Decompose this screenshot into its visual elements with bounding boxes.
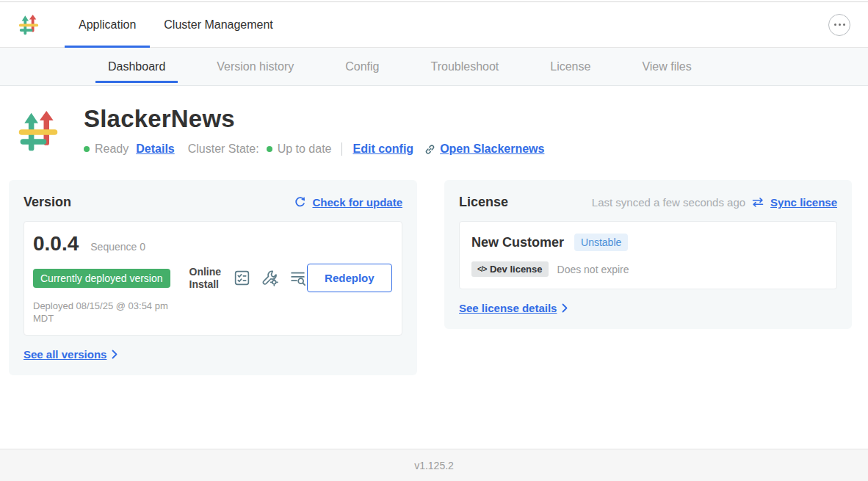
see-all-versions-link[interactable]: See all versions [23,348,106,361]
app-header: SlackerNews Ready Details Cluster State:… [0,86,868,159]
dashboard-main: SlackerNews Ready Details Cluster State:… [0,86,868,375]
sync-arrows-icon [751,197,764,208]
subnav-tab-dashboard[interactable]: Dashboard [85,48,188,85]
slackernews-logo-icon [18,14,40,36]
app-meta: SlackerNews Ready Details Cluster State:… [84,104,544,159]
menu-dot-icon [839,23,841,26]
cluster-state-dot [267,146,272,152]
subnav-tab-config[interactable]: Config [322,48,402,85]
license-type-badge: </> Dev license [471,261,549,277]
app-status-row: Ready Details Cluster State: Up to date … [84,142,544,156]
subnav-tab-view-files[interactable]: View files [619,48,714,85]
license-card-footer: See license details [459,302,837,314]
channel-badge: Unstable [574,234,628,251]
version-card-footer: See all versions [23,348,402,361]
version-actions-row: Currently deployed version Online Instal… [33,264,390,292]
open-slackernews-link[interactable]: Open Slackernews [440,142,544,156]
see-license-details-link[interactable]: See license details [459,302,557,314]
version-card-header: Version Check for update [23,195,402,210]
console-footer: v1.125.2 [0,449,868,481]
customer-name: New Customer [471,235,564,250]
customer-row: New Customer Unstable [471,234,825,251]
version-card: Version Check for update 0.0.4 Sequence … [9,180,417,375]
page-title: SlackerNews [84,105,544,133]
menu-dot-icon [834,23,836,26]
code-icon: </> [477,265,487,273]
divider [341,142,342,156]
subnav-tab-config-label: Config [345,60,379,73]
license-type-label: Dev license [490,264,543,275]
deployed-status-badge: Currently deployed version [33,269,170,288]
subnav-tab-view-files-label: View files [642,60,691,73]
dashboard-cards: Version Check for update 0.0.4 Sequence … [9,180,852,375]
sync-license-group: Last synced a few seconds ago Sync licen… [592,196,837,209]
redeploy-button[interactable]: Redeploy [307,264,392,292]
chevron-right-icon [112,350,117,359]
chevron-right-icon [562,303,568,313]
version-number: 0.0.4 [33,232,79,256]
subnav-tab-dashboard-label: Dashboard [108,60,165,73]
sequence-label: Sequence 0 [90,241,145,253]
tab-cluster-management-label: Cluster Management [164,18,273,32]
sync-license-link[interactable]: Sync license [770,196,837,209]
license-card-header: License Last synced a few seconds ago Sy… [459,195,837,210]
ready-status-dot [84,146,90,152]
license-card: License Last synced a few seconds ago Sy… [444,180,852,329]
subnav-tab-troubleshoot[interactable]: Troubleshoot [408,48,521,85]
refresh-icon [294,196,306,209]
subnav-tab-license[interactable]: License [527,48,613,85]
check-for-update-link[interactable]: Check for update [312,196,402,209]
deploy-logs-icon[interactable] [289,269,307,287]
version-line: 0.0.4 Sequence 0 [33,232,390,256]
menu-dot-icon [843,23,845,26]
overflow-menu-button[interactable] [828,14,850,36]
expiration-text: Does not expire [557,264,629,275]
console-version: v1.125.2 [414,460,454,471]
subnav-tab-license-label: License [550,60,590,73]
subnav-tab-version-history[interactable]: Version history [194,48,317,85]
ready-status-label: Ready [95,142,129,156]
cluster-state-value: Up to date [278,142,332,156]
details-link[interactable]: Details [136,142,174,156]
version-action-icons [233,269,307,287]
license-card-title: License [459,195,508,210]
link-icon [424,143,436,156]
primary-nav: Application Cluster Management [65,2,287,47]
license-type-row: </> Dev license Does not expire [471,261,825,277]
cluster-state-label: Cluster State: [188,142,259,156]
edit-config-link[interactable]: Edit config [352,142,413,156]
license-details-box: New Customer Unstable </> Dev license Do… [459,221,837,289]
tab-application[interactable]: Application [65,2,150,47]
subnav-tab-version-history-label: Version history [217,60,294,73]
check-update-group: Check for update [294,196,402,209]
install-type-label: Online Install [189,266,222,291]
tab-application-label: Application [79,18,136,32]
preflight-checks-icon[interactable] [233,269,251,287]
tab-cluster-management[interactable]: Cluster Management [150,2,287,47]
open-app-group: Open Slackernews [424,142,544,156]
app-subnav: Dashboard Version history Config Trouble… [0,48,868,86]
app-icon [16,104,60,159]
version-card-title: Version [23,195,71,210]
current-version-box: 0.0.4 Sequence 0 Currently deployed vers… [23,221,402,336]
deployed-timestamp: Deployed 08/15/25 @ 03:54 pm MDT [33,300,176,325]
last-synced-text: Last synced a few seconds ago [592,196,745,209]
top-navbar: Application Cluster Management [0,2,868,48]
edit-config-tools-icon[interactable] [261,269,279,287]
subnav-tab-troubleshoot-label: Troubleshoot [430,60,499,73]
